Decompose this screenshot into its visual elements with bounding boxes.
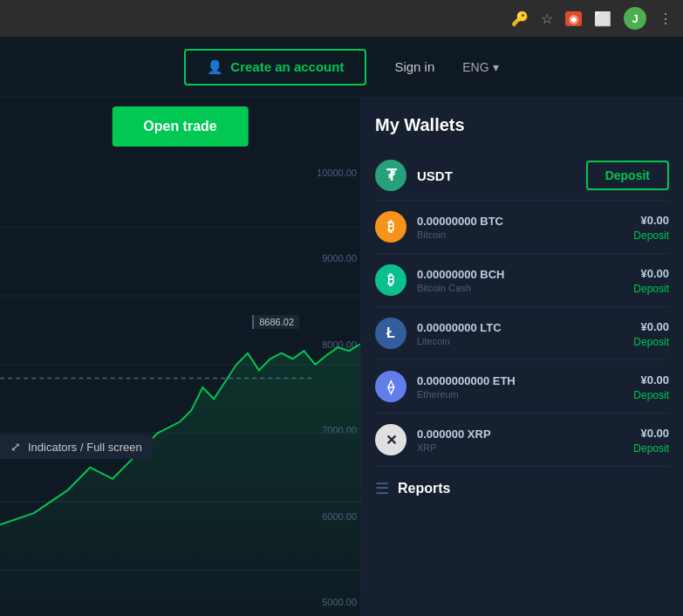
fullscreen-icon: ⤢ <box>10 440 21 454</box>
chart-svg-wrapper: 8686.02 <box>0 159 360 616</box>
coin-icon-bch: ₿ <box>375 264 406 296</box>
wallet-amount: 0.00000000 BCH <box>417 268 623 281</box>
wallet-deposit-link[interactable]: Deposit <box>633 336 669 348</box>
header: 👤 Create an account Sign in ENG ▾ <box>0 37 683 98</box>
wallet-balance: ¥0.00 Deposit <box>633 265 669 295</box>
wallet-fiat: ¥0.00 <box>640 320 669 333</box>
cast-icon[interactable]: ⬜ <box>594 10 611 27</box>
wallet-deposit-link[interactable]: Deposit <box>633 283 669 295</box>
wallet-balance: ¥0.00 Deposit <box>633 372 669 401</box>
usdt-icon: ₮ <box>375 160 406 191</box>
wallet-name: Ethereum <box>417 389 623 400</box>
wallet-fiat: ¥0.00 <box>640 427 669 440</box>
wallet-deposit-link[interactable]: Deposit <box>633 389 669 401</box>
coin-rows-container: ₿ 0.00000000 BTC Bitcoin ¥0.00 Deposit ₿… <box>375 201 669 467</box>
extension-icon[interactable]: ◉ <box>565 11 582 26</box>
create-account-label: Create an account <box>230 59 344 74</box>
indicators-fullscreen-button[interactable]: ⤢ Indicators / Full screen <box>0 435 153 459</box>
chevron-down-icon: ▾ <box>493 60 499 74</box>
indicators-label: Indicators / Full screen <box>28 441 142 454</box>
wallet-name: Bitcoin Cash <box>417 283 623 293</box>
wallet-fiat: ¥0.00 <box>640 373 669 387</box>
reports-row[interactable]: ☰ Reports <box>375 467 669 510</box>
wallet-row: ₿ 0.00000000 BTC Bitcoin ¥0.00 Deposit <box>375 201 669 254</box>
wallet-info: 0.00000000 LTC Litecoin <box>417 321 623 346</box>
open-trade-button[interactable]: Open trade <box>112 106 248 147</box>
create-account-button[interactable]: 👤 Create an account <box>184 49 366 86</box>
wallet-fiat: ¥0.00 <box>640 267 669 280</box>
wallet-amount: 0.0000000000 ETH <box>417 374 623 387</box>
star-icon[interactable]: ☆ <box>541 10 553 27</box>
chart-area: Open trade 10000.00 9000.00 8000.00 7000… <box>0 98 360 616</box>
user-avatar[interactable]: J <box>624 7 646 30</box>
wallet-balance: ¥0.00 Deposit <box>633 318 669 348</box>
wallet-deposit-link[interactable]: Deposit <box>633 229 669 242</box>
wallet-amount: 0.000000 XRP <box>417 428 623 441</box>
reports-label: Reports <box>398 481 450 496</box>
wallet-amount: 0.00000000 BTC <box>417 215 623 228</box>
coin-icon-xrp: ✕ <box>375 424 406 455</box>
browser-bar: 🔑 ☆ ◉ ⬜ J ⋮ <box>0 0 683 37</box>
coin-icon-btc: ₿ <box>375 211 406 243</box>
price-callout: 8686.02 <box>252 315 299 329</box>
wallet-name: Litecoin <box>417 336 623 346</box>
wallet-balance: ¥0.00 Deposit <box>633 425 669 455</box>
wallet-row: ₿ 0.00000000 BCH Bitcoin Cash ¥0.00 Depo… <box>375 254 669 307</box>
wallet-info: 0.00000000 BTC Bitcoin <box>417 215 623 240</box>
coin-icon-ltc: Ł <box>375 318 406 349</box>
usdt-row: ₮ USDT Deposit <box>375 151 669 201</box>
main-content: Open trade 10000.00 9000.00 8000.00 7000… <box>0 98 683 616</box>
menu-icon[interactable]: ⋮ <box>659 10 673 27</box>
key-icon[interactable]: 🔑 <box>511 10 529 27</box>
wallet-deposit-link[interactable]: Deposit <box>633 442 669 455</box>
wallet-fiat: ¥0.00 <box>640 214 669 227</box>
wallet-info: 0.000000 XRP XRP <box>417 428 623 453</box>
lang-label: ENG <box>462 60 488 74</box>
wallet-amount: 0.00000000 LTC <box>417 321 623 334</box>
wallet-info: 0.0000000000 ETH Ethereum <box>417 374 623 400</box>
usdt-label: USDT <box>417 168 576 183</box>
wallets-panel: My Wallets ₮ USDT Deposit ₿ 0.00000000 B… <box>360 98 683 616</box>
wallet-row: Ł 0.00000000 LTC Litecoin ¥0.00 Deposit <box>375 307 669 360</box>
language-selector[interactable]: ENG ▾ <box>462 60 498 74</box>
reports-icon: ☰ <box>375 479 389 498</box>
wallet-row: ⟠ 0.0000000000 ETH Ethereum ¥0.00 Deposi… <box>375 360 669 414</box>
wallet-row: ✕ 0.000000 XRP XRP ¥0.00 Deposit <box>375 414 669 467</box>
wallet-balance: ¥0.00 Deposit <box>633 212 669 242</box>
signin-button[interactable]: Sign in <box>394 59 434 74</box>
wallet-name: Bitcoin <box>417 229 623 240</box>
wallet-info: 0.00000000 BCH Bitcoin Cash <box>417 268 623 293</box>
coin-icon-eth: ⟠ <box>375 371 406 402</box>
user-circle-icon: 👤 <box>207 59 223 75</box>
price-chart <box>0 159 360 616</box>
wallet-name: XRP <box>417 442 623 453</box>
wallets-title: My Wallets <box>375 115 669 135</box>
usdt-deposit-button[interactable]: Deposit <box>586 161 669 190</box>
